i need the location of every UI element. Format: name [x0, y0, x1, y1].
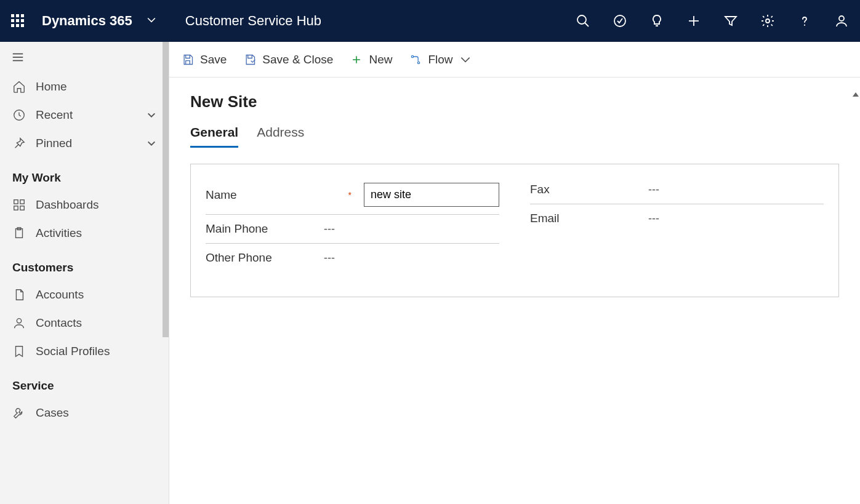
chevron-down-icon: [147, 138, 156, 148]
save-button[interactable]: Save: [182, 53, 227, 66]
sidebar-item-cases[interactable]: Cases: [0, 399, 169, 427]
tabs: General Address: [190, 125, 839, 148]
svg-rect-13: [14, 206, 18, 210]
field-fax: Fax ---: [530, 175, 824, 204]
field-email: Email ---: [530, 204, 824, 233]
other-phone-value[interactable]: ---: [324, 252, 335, 265]
svg-rect-11: [14, 200, 18, 204]
sidebar-item-contacts[interactable]: Contacts: [0, 309, 169, 337]
nav-label: Cases: [36, 406, 69, 420]
plus-icon: [350, 54, 363, 66]
wrench-icon: [12, 406, 26, 420]
field-main-phone: Main Phone ---: [206, 215, 499, 244]
svg-point-5: [766, 19, 770, 23]
filter-icon[interactable]: [723, 14, 738, 28]
field-label: Email: [530, 212, 641, 225]
save-icon: [182, 54, 194, 66]
field-label: Fax: [530, 183, 641, 196]
content-area: New Site General Address Name * Mai: [169, 78, 860, 504]
chevron-down-icon[interactable]: [147, 16, 156, 26]
nav-label: Recent: [36, 108, 73, 122]
svg-point-21: [418, 62, 420, 63]
svg-rect-14: [20, 206, 24, 210]
sidebar-group-customers: Customers: [0, 247, 169, 281]
sidebar-item-dashboards[interactable]: Dashboards: [0, 191, 169, 219]
nav-label: Home: [36, 80, 67, 94]
sidebar-item-accounts[interactable]: Accounts: [0, 281, 169, 309]
svg-line-1: [585, 23, 589, 26]
chevron-down-icon: [147, 110, 156, 120]
main-phone-value[interactable]: ---: [324, 223, 335, 236]
nav-label: Pinned: [36, 137, 72, 150]
tab-general[interactable]: General: [190, 125, 238, 148]
help-icon[interactable]: [797, 14, 812, 28]
waffle-menu-icon[interactable]: [11, 14, 25, 28]
lightbulb-icon[interactable]: [649, 14, 664, 28]
sidebar-group-mywork: My Work: [0, 158, 169, 191]
clipboard-icon: [12, 226, 26, 240]
command-label: Save: [200, 53, 227, 66]
nav-label: Activities: [36, 226, 82, 240]
search-icon[interactable]: [576, 14, 590, 28]
nav-label: Social Profiles: [36, 345, 110, 358]
page-title: New Site: [190, 92, 839, 111]
save-close-icon: [244, 54, 256, 66]
sidebar-item-recent[interactable]: Recent: [0, 101, 169, 129]
chevron-down-icon: [459, 54, 472, 66]
home-icon: [12, 80, 26, 94]
command-bar: Save Save & Close New Flow: [169, 42, 860, 78]
command-label: Save & Close: [262, 53, 333, 66]
sidebar-group-service: Service: [0, 366, 169, 399]
main-content: Save Save & Close New Flow New Site Gene…: [169, 42, 860, 504]
svg-point-2: [614, 15, 625, 26]
field-name: Name *: [206, 175, 499, 215]
field-label: Main Phone: [206, 222, 316, 236]
pin-icon: [12, 137, 26, 150]
form-panel: Name * Main Phone --- Other Phone ---: [190, 164, 839, 297]
sidebar-item-home[interactable]: Home: [0, 73, 169, 101]
field-label: Name: [206, 188, 316, 202]
nav-label: Dashboards: [36, 198, 98, 212]
document-icon: [12, 288, 26, 302]
command-label: New: [369, 53, 392, 66]
nav-label: Contacts: [36, 316, 82, 330]
sidebar: Home Recent Pinned My Work Dashboards Ac…: [0, 42, 169, 504]
save-close-button[interactable]: Save & Close: [244, 53, 333, 66]
email-value[interactable]: ---: [648, 212, 659, 225]
top-navigation-bar: Dynamics 365 Customer Service Hub: [0, 0, 860, 42]
person-icon: [12, 316, 26, 330]
fax-value[interactable]: ---: [648, 183, 659, 196]
clock-icon: [12, 108, 26, 122]
app-name: Customer Service Hub: [185, 13, 321, 29]
sidebar-item-social-profiles[interactable]: Social Profiles: [0, 337, 169, 366]
field-label: Other Phone: [206, 251, 316, 265]
gear-icon[interactable]: [760, 14, 775, 28]
flow-button[interactable]: Flow: [409, 53, 471, 66]
bookmark-icon: [12, 345, 26, 358]
command-label: Flow: [428, 53, 452, 66]
new-button[interactable]: New: [350, 53, 392, 66]
svg-point-0: [577, 15, 586, 24]
svg-point-6: [839, 16, 844, 21]
required-indicator: *: [348, 190, 352, 200]
name-input[interactable]: [364, 183, 499, 207]
sidebar-toggle[interactable]: [0, 42, 169, 73]
nav-label: Accounts: [36, 288, 84, 302]
brand-name[interactable]: Dynamics 365: [42, 13, 132, 29]
sidebar-item-pinned[interactable]: Pinned: [0, 129, 169, 158]
scrollbar-thumb[interactable]: [163, 42, 169, 337]
person-icon[interactable]: [834, 14, 849, 28]
task-icon[interactable]: [613, 14, 627, 28]
sidebar-item-activities[interactable]: Activities: [0, 219, 169, 247]
svg-point-20: [412, 55, 414, 57]
dashboard-icon: [12, 198, 26, 212]
svg-point-17: [17, 319, 21, 323]
scroll-up-icon[interactable]: [853, 92, 859, 97]
svg-rect-12: [20, 200, 24, 204]
plus-icon[interactable]: [686, 14, 701, 28]
tab-address[interactable]: Address: [257, 125, 304, 148]
flow-icon: [409, 54, 422, 66]
field-other-phone: Other Phone ---: [206, 244, 499, 272]
